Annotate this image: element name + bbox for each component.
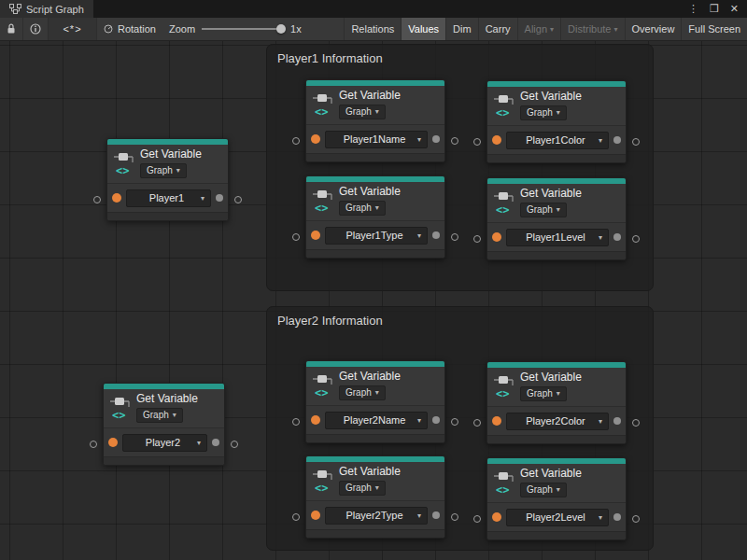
toolbar-button-distribute[interactable]: Distribute ▾ [560, 18, 624, 40]
outer-port-right[interactable] [632, 419, 640, 427]
outer-port-left[interactable] [292, 137, 300, 145]
outer-port-left[interactable] [473, 138, 481, 146]
outer-port-left[interactable] [93, 196, 101, 203]
outer-port-right[interactable] [451, 137, 458, 145]
outer-port-right[interactable] [632, 138, 640, 146]
value-output-port[interactable] [613, 136, 621, 144]
outer-port-right[interactable] [451, 513, 458, 521]
value-output-port[interactable] [432, 135, 440, 143]
variable-name: Player1Name [331, 133, 417, 145]
info-button[interactable] [23, 18, 49, 40]
get-variable-node[interactable]: <> Get Variable Graph ▾ Player1Name ▾ [305, 79, 445, 162]
outer-port-left[interactable] [292, 513, 300, 521]
name-input-port[interactable] [311, 231, 320, 240]
dropdown-arrow-icon: ▾ [557, 484, 560, 496]
node-header: <> Get Variable Graph ▾ [487, 87, 626, 125]
graph-kind-dropdown[interactable]: Graph ▾ [136, 408, 183, 423]
value-output-port[interactable] [613, 513, 621, 521]
value-output-port[interactable] [432, 231, 440, 239]
graph-canvas[interactable]: Player1 Information Player2 Information … [0, 41, 747, 560]
outer-port-right[interactable] [234, 196, 242, 203]
name-input-port[interactable] [311, 511, 320, 520]
name-input-port[interactable] [492, 512, 501, 522]
variable-dropdown[interactable]: Player2Name ▾ [325, 412, 428, 429]
outer-port-left[interactable] [292, 233, 300, 241]
name-input-port[interactable] [311, 134, 320, 144]
variable-dropdown[interactable]: Player1 ▾ [126, 189, 211, 207]
name-input-port[interactable] [492, 416, 501, 426]
name-input-port[interactable] [311, 415, 320, 425]
zoom-slider-knob[interactable] [276, 24, 286, 34]
graph-kind-dropdown[interactable]: Graph ▾ [520, 483, 567, 497]
outer-port-right[interactable] [632, 235, 640, 243]
variable-dropdown[interactable]: Player2Color ▾ [506, 413, 609, 430]
node-footer [107, 212, 228, 220]
toolbar-button-align[interactable]: Align ▾ [517, 18, 560, 40]
toolbar-button-overview[interactable]: Overview [625, 18, 682, 40]
name-input-port[interactable] [492, 232, 501, 242]
variable-dropdown[interactable]: Player1Color ▾ [506, 132, 609, 149]
variable-dropdown[interactable]: Player1Type ▾ [325, 227, 428, 245]
toolbar-button-carry[interactable]: Carry [478, 18, 517, 40]
outer-port-left[interactable] [473, 515, 481, 523]
variable-dropdown[interactable]: Player2 ▾ [122, 434, 207, 452]
outer-port-left[interactable] [473, 235, 481, 243]
rotation-control[interactable]: Rotation [97, 18, 162, 40]
node-body: Player1Name ▾ [306, 124, 444, 153]
variable-dropdown[interactable]: Player2Level ▾ [506, 509, 609, 526]
graph-toolbar: <*> Rotation Zoom 1x Relations Values Di… [0, 18, 747, 41]
get-variable-node[interactable]: <> Get Variable Graph ▾ Player1 ▾ [106, 138, 229, 221]
value-output-port[interactable] [432, 416, 440, 424]
get-variable-node[interactable]: <> Get Variable Graph ▾ Player2 ▾ [103, 383, 225, 466]
get-variable-node[interactable]: <> Get Variable Graph ▾ Player1Type ▾ [305, 175, 445, 259]
tab-script-graph[interactable]: Script Graph [0, 0, 93, 18]
graph-kind-label: Graph [345, 203, 372, 214]
graph-kind-dropdown[interactable]: Graph ▾ [520, 105, 567, 120]
close-icon[interactable]: ✕ [730, 3, 739, 15]
value-output-port[interactable] [432, 511, 440, 519]
toolbar-button-values[interactable]: Values [401, 18, 445, 40]
name-input-port[interactable] [112, 193, 121, 203]
value-output-port[interactable] [613, 233, 621, 241]
window-menu-icon[interactable]: ⋮ [688, 3, 698, 15]
graph-kind-dropdown[interactable]: Graph ▾ [520, 386, 567, 401]
maximize-icon[interactable]: ❒ [710, 3, 719, 15]
toolbar-button-full-screen[interactable]: Full Screen [681, 18, 747, 40]
get-variable-node[interactable]: <> Get Variable Graph ▾ Player1Color ▾ [486, 80, 627, 163]
get-variable-node[interactable]: <> Get Variable Graph ▾ Player2Name ▾ [305, 360, 445, 443]
outer-port-right[interactable] [632, 515, 640, 523]
get-variable-node[interactable]: <> Get Variable Graph ▾ Player2Color ▾ [486, 361, 627, 444]
value-output-port[interactable] [613, 417, 621, 425]
rotation-icon [104, 24, 113, 34]
outer-port-right[interactable] [451, 233, 458, 241]
value-output-port[interactable] [216, 194, 223, 202]
outer-port-right[interactable] [231, 441, 238, 448]
toolbar-button-dim[interactable]: Dim [445, 18, 478, 40]
graph-kind-dropdown[interactable]: Graph ▾ [339, 201, 386, 216]
graph-kind-dropdown[interactable]: Graph ▾ [520, 203, 567, 217]
name-input-port[interactable] [108, 438, 118, 447]
graph-kind-dropdown[interactable]: Graph ▾ [140, 163, 187, 178]
code-view-button[interactable]: <*> [49, 18, 97, 40]
lock-button[interactable] [0, 18, 23, 40]
variable-dropdown[interactable]: Player1Name ▾ [325, 131, 428, 148]
outer-port-left[interactable] [292, 418, 300, 426]
variable-dropdown[interactable]: Player1Level ▾ [506, 229, 609, 246]
value-output-port[interactable] [212, 439, 219, 446]
svg-text:<>: <> [112, 409, 125, 421]
get-variable-node[interactable]: <> Get Variable Graph ▾ Player2Level ▾ [486, 457, 627, 540]
graph-kind-dropdown[interactable]: Graph ▾ [339, 105, 386, 119]
outer-port-left[interactable] [473, 419, 481, 427]
name-input-port[interactable] [492, 135, 501, 145]
outer-port-left[interactable] [90, 441, 97, 448]
variable-dropdown[interactable]: Player2Type ▾ [325, 507, 428, 525]
graph-kind-dropdown[interactable]: Graph ▾ [339, 385, 386, 400]
zoom-slider[interactable] [202, 23, 284, 35]
graph-kind-dropdown[interactable]: Graph ▾ [339, 481, 386, 496]
node-body: Player2Type ▾ [306, 500, 444, 529]
get-variable-node[interactable]: <> Get Variable Graph ▾ Player1Level ▾ [486, 177, 627, 260]
outer-port-right[interactable] [451, 418, 458, 426]
get-variable-node[interactable]: <> Get Variable Graph ▾ Player2Type ▾ [305, 455, 445, 539]
toolbar-button-relations[interactable]: Relations [344, 18, 401, 40]
node-title: Get Variable [520, 188, 582, 200]
